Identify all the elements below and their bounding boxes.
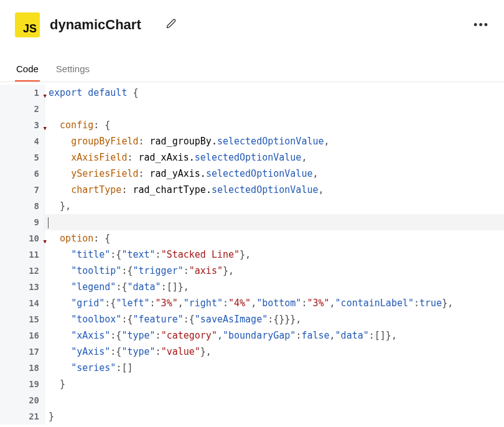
line-gutter[interactable]: 16 [0, 327, 45, 344]
line-gutter[interactable]: 5 [0, 149, 45, 166]
line-number: 5 [34, 152, 39, 162]
line-gutter[interactable]: 21 [0, 408, 45, 425]
code-line: 2 [0, 101, 504, 117]
line-gutter[interactable]: 18 [0, 360, 45, 376]
header-bar: JS dynamicChart ••• [0, 0, 504, 45]
line-number: 9 [34, 217, 39, 227]
code-editor[interactable]: 1▼ export default { 2 3▼ config: { 4 gro… [0, 82, 504, 427]
line-gutter[interactable]: 10▼ [0, 230, 45, 246]
code-line: 18 "series":[] [0, 360, 504, 376]
line-number: 13 [29, 282, 39, 292]
line-number: 6 [34, 169, 39, 179]
line-number: 19 [29, 379, 39, 389]
line-gutter[interactable]: 7 [0, 182, 45, 198]
line-number: 17 [29, 347, 39, 357]
tab-code[interactable]: Code [15, 57, 40, 82]
line-gutter[interactable]: 14 [0, 295, 45, 311]
code-line: 10▼ option: { [0, 230, 504, 246]
code-line: 7 chartType: rad_chartType.selectedOptio… [0, 182, 504, 198]
page-title: dynamicChart [50, 17, 141, 33]
code-line: 8 }, [0, 198, 504, 214]
line-number: 3 [34, 120, 39, 130]
line-number: 8 [34, 201, 39, 211]
code-line: 4 groupByField: rad_groupBy.selectedOpti… [0, 133, 504, 149]
line-number: 18 [29, 363, 39, 373]
code-line: 20 [0, 392, 504, 408]
line-number: 11 [29, 250, 39, 260]
line-gutter[interactable]: 19 [0, 376, 45, 392]
line-number: 7 [34, 185, 39, 195]
line-gutter[interactable]: 9 [0, 214, 45, 230]
line-number: 4 [34, 136, 39, 146]
code-line: 12 "tooltip":{"trigger":"axis"}, [0, 263, 504, 279]
more-icon[interactable]: ••• [474, 19, 489, 32]
code-line: 17 "yAxis":{"type":"value"}, [0, 344, 504, 360]
line-number: 1 [34, 88, 39, 98]
code-line: 3▼ config: { [0, 117, 504, 133]
line-gutter[interactable]: 13 [0, 279, 45, 295]
line-gutter[interactable]: 2 [0, 101, 45, 117]
tab-settings[interactable]: Settings [55, 57, 91, 82]
line-number: 15 [29, 314, 39, 324]
line-gutter[interactable]: 12 [0, 263, 45, 279]
code-line: 6 ySeriesField: rad_yAxis.selectedOption… [0, 166, 504, 182]
line-number: 21 [29, 411, 39, 421]
line-gutter[interactable]: 17 [0, 344, 45, 360]
caret-icon [48, 217, 49, 228]
line-gutter[interactable]: 3▼ [0, 117, 45, 133]
line-number: 14 [29, 298, 39, 308]
code-line: 21 } [0, 408, 504, 425]
code-line: 5 xAxisField: rad_xAxis.selectedOptionVa… [0, 149, 504, 166]
line-gutter[interactable]: 20 [0, 392, 45, 408]
code-line: 1▼ export default { [0, 85, 504, 101]
line-gutter[interactable]: 11 [0, 246, 45, 263]
code-line: 14 "grid":{"left":"3%","right":"4%","bot… [0, 295, 504, 311]
line-number: 16 [29, 331, 39, 340]
code-line: 19 } [0, 376, 504, 392]
code-line: 13 "legend":{"data":[]}, [0, 279, 504, 295]
line-number: 12 [29, 266, 39, 276]
line-gutter[interactable]: 1▼ [0, 85, 45, 101]
code-line: 11 "title":{"text":"Stacked Line"}, [0, 246, 504, 263]
line-gutter[interactable]: 8 [0, 198, 45, 214]
line-number: 20 [29, 395, 39, 405]
line-gutter[interactable]: 4 [0, 133, 45, 149]
code-line: 15 "toolbox":{"feature":{"saveAsImage":{… [0, 311, 504, 327]
code-line: 16 "xAxis":{"type":"category","boundaryG… [0, 327, 504, 344]
tab-bar: Code Settings [0, 57, 504, 82]
line-gutter[interactable]: 6 [0, 166, 45, 182]
line-gutter[interactable]: 15 [0, 311, 45, 327]
line-number: 2 [34, 104, 39, 114]
line-number: 10 [29, 233, 39, 243]
pencil-icon[interactable] [166, 19, 176, 31]
code-line: 9 [0, 214, 504, 230]
js-badge-icon: JS [15, 12, 40, 37]
